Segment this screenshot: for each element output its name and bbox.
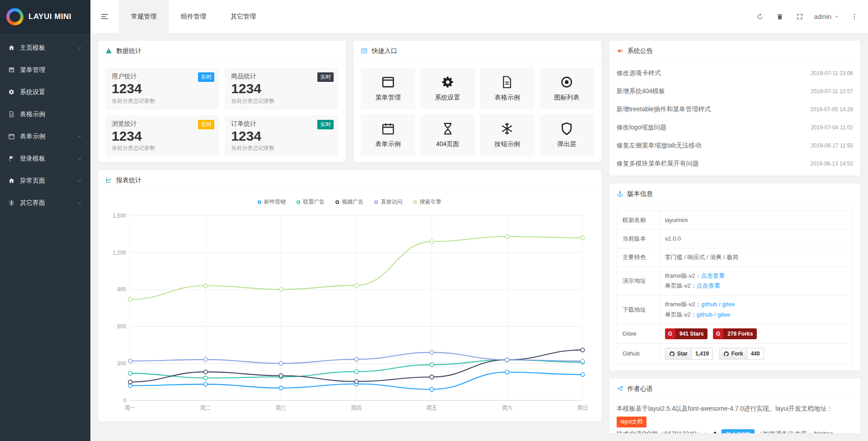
quick-entry-item[interactable]: 表格示例 [480,68,534,109]
demo-spa-link[interactable]: 点击查看 [697,282,720,289]
download-gitee-link[interactable]: gitee [717,311,730,318]
svg-text:1,500: 1,500 [113,213,126,219]
sidebar-item[interactable]: 菜单管理 [0,59,90,81]
menu-icon [8,66,15,73]
sidebar-item[interactable]: 登录模板 [0,147,90,170]
gitee-forks-badge[interactable]: G278 Forks [713,328,757,339]
line-chart: 03006009001,2001,500周一周二周三周四周五周六周日 [105,209,594,417]
sidebar-item[interactable]: 表单示例 [0,125,90,147]
stat-desc: 当前分类总记录数 [112,97,212,105]
svg-text:周六: 周六 [502,405,513,411]
legend-marker-icon [335,200,339,204]
quick-entry-label: 按钮示例 [495,140,520,148]
quick-entry-item[interactable]: 菜单管理 [361,68,415,109]
sidebar-item[interactable]: 表格示例 [0,103,90,125]
sidebar-item-label: 表单示例 [20,133,45,141]
quick-entry-item[interactable]: 表单示例 [361,114,415,156]
demo-iframe-link[interactable]: 点击查看 [701,272,725,279]
notice-item[interactable]: 修复左侧菜单缩放tab无法移动 2019-06-17 11:55 [617,137,853,155]
legend-label: 直接访问 [381,198,402,206]
download-github-link[interactable]: github [697,311,712,318]
gitee-icon: G [665,328,675,339]
legend-item[interactable]: 直接访问 [374,198,402,206]
header-toolbar [756,0,814,33]
tab[interactable]: 常规管理 [119,0,169,33]
svg-text:周五: 周五 [426,405,437,411]
chart-icon [105,177,112,184]
stat-value: 1234 [112,128,212,144]
notice-item[interactable]: 修改选项卡样式 2019-07-11 23:06 [617,64,853,82]
tab[interactable]: 组件管理 [169,0,218,33]
notice-item[interactable]: 新增treetable插件和菜单管理样式 2019-07-05 14:28 [617,100,853,119]
github-fork-button[interactable]: Fork440 [719,348,764,360]
bullhorn-icon [617,47,623,54]
quick-entry-label: 404页面 [436,140,459,148]
quick-grid: 菜单管理 系统设置 表格示例 [354,62,601,162]
trash-icon[interactable] [776,13,783,20]
sidebar-item-label: 表格示例 [20,110,45,119]
quick-entry-item[interactable]: 图标列表 [540,68,594,109]
tab[interactable]: 其它管理 [218,0,268,33]
stats-grid: 用户统计 1234 当前分类总记录数 实时 商品统计 1234 当前分类总记录数 [98,62,345,163]
notice-date: 2019-07-11 23:06 [811,70,853,76]
legend-label: 搜索引擎 [420,198,441,206]
notice-text: 修复左侧菜单缩放tab无法移动 [617,142,701,150]
refresh-icon[interactable] [756,13,764,20]
fullscreen-icon[interactable] [796,13,803,20]
sidebar-item-label: 系统设置 [20,88,45,96]
panel-title: 报表统计 [116,176,142,185]
logo[interactable]: LAYUI MINI [0,0,90,33]
version-label: 演示地址 [617,267,659,295]
gitee-stars-badge[interactable]: G941 Stars [665,328,708,339]
sidebar-item-label: 异常页面 [20,177,45,185]
legend-item[interactable]: 视频广告 [335,198,363,206]
legend-item[interactable]: 联盟广告 [297,198,325,206]
legend-label: 视频广告 [342,198,363,206]
quick-entry-label: 表格示例 [495,94,520,102]
quick-entry-label: 表单示例 [375,140,401,148]
download-gitee-link[interactable]: gitee [722,301,735,308]
author-body: 本模板基于layui2.5.4以及font-awesome-4.7.0进行实现。… [609,399,860,433]
quick-entry-item[interactable]: 弹出层 [540,114,594,156]
stat-title: 用户统计 [112,72,212,81]
file-icon [8,111,15,118]
chevron-down-icon [77,200,82,206]
quick-entry-item[interactable]: 404页面 [420,114,475,156]
content: 数据统计 用户统计 1234 当前分类总记录数 实时 [90,33,868,441]
app-window: LAYUI MINI 主页模板 菜单管理 系统设置 [0,0,868,441]
author-text: 技术交流QQ群（667813249）： [617,430,709,433]
quick-entry-item[interactable]: 系统设置 [420,68,475,109]
report-panel: 报表统计 邮件营销 [98,170,602,422]
quick-entry-item[interactable]: 按钮示例 [480,114,534,156]
join-qq-group-badge[interactable]: 加入QQ群 [722,429,755,433]
legend-item[interactable]: 邮件营销 [258,198,286,206]
legend-item[interactable]: 搜索引擎 [413,198,441,206]
collapse-menu-icon[interactable] [100,12,109,21]
notice-panel-header: 系统公告 [609,41,860,62]
download-github-link[interactable]: github [701,301,717,308]
snowflake-icon [500,122,514,136]
more-icon[interactable] [851,13,858,20]
stat-value: 1234 [231,81,332,97]
gear-icon [441,75,455,89]
file-icon [500,75,514,89]
notice-date: 2019-07-05 14:28 [810,106,853,113]
quick-entry-label: 菜单管理 [375,94,401,102]
user-menu[interactable]: admin [814,0,839,33]
github-star-button[interactable]: Star1,419 [665,348,713,360]
layui-doc-badge[interactable]: layui文档 [617,417,647,427]
version-panel: 版本信息 框架名称 layuimini 当前版本 v2.0.0 [609,183,861,371]
github-icon [669,351,675,357]
notice-item[interactable]: 修改logo缩放问题 2019-07-04 11:02 [617,119,853,137]
sidebar-item[interactable]: 其它界面 [0,192,90,214]
version-value: iframe版-v2：点击查看 单页版-v2：点击查看 [659,267,853,295]
paper-plane-icon [617,385,623,392]
logo-text: LAYUI MINI [28,12,71,21]
quick-entry-label: 系统设置 [435,94,460,102]
sidebar-item[interactable]: 异常页面 [0,170,90,192]
notice-item[interactable]: 修复多模块菜单栏展开有问题 2019-06-13 14:53 [617,155,853,173]
notice-item[interactable]: 新增系统404模板 2019-07-11 12:57 [617,82,853,100]
calendar-icon [381,122,395,136]
sidebar-item[interactable]: 系统设置 [0,81,90,103]
sidebar-item[interactable]: 主页模板 [0,37,90,59]
